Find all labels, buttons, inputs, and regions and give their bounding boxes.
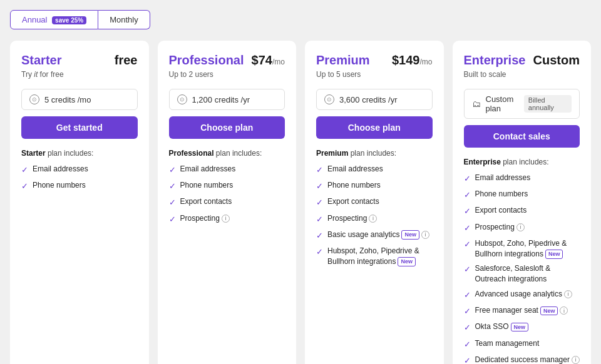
new-badge: New xyxy=(540,306,558,316)
check-icon: ✓ xyxy=(464,206,471,217)
feature-item: ✓Prospectingi xyxy=(316,213,433,225)
cta-btn-professional[interactable]: Choose plan xyxy=(169,116,285,139)
feature-item: ✓Hubspot, Zoho, Pipedrive & Bullhorn int… xyxy=(316,246,433,267)
plan-name-premium: Premium xyxy=(316,53,370,68)
check-icon: ✓ xyxy=(316,246,323,258)
plan-header-enterprise: EnterpriseCustom xyxy=(464,53,580,68)
feature-text: Advanced usage analyticsi xyxy=(475,289,572,300)
check-icon: ✓ xyxy=(464,339,471,350)
check-icon: ✓ xyxy=(21,164,28,176)
cta-btn-starter[interactable]: Get started xyxy=(21,116,138,139)
feature-item: ✓Phone numbers xyxy=(21,180,138,192)
plan-card-enterprise: EnterpriseCustomBuilt to scale🗂Custom pl… xyxy=(453,41,592,364)
feature-list-premium: ✓Email addresses✓Phone numbers✓Export co… xyxy=(316,164,433,267)
info-icon[interactable]: i xyxy=(572,356,580,364)
check-icon: ✓ xyxy=(464,173,471,185)
plan-header-premium: Premium$149/mo xyxy=(316,53,433,68)
includes-label-starter: Starter plan includes: xyxy=(21,149,138,158)
check-icon: ✓ xyxy=(169,214,176,225)
feature-item: ✓Phone numbers xyxy=(464,189,580,201)
check-icon: ✓ xyxy=(464,239,471,250)
includes-label-enterprise: Enterprise plan includes: xyxy=(464,158,580,166)
credits-text-professional: 1,200 credits /yr xyxy=(192,95,250,104)
check-icon: ✓ xyxy=(316,230,323,241)
info-icon[interactable]: i xyxy=(560,306,568,315)
new-badge: New xyxy=(401,230,419,240)
feature-text: Team management xyxy=(475,338,540,349)
feature-text: Email addresses xyxy=(180,164,236,174)
feature-text: Prospectingi xyxy=(180,213,230,224)
credits-box-premium: ⊙3,600 credits /yr xyxy=(316,89,433,110)
credits-text-premium: 3,600 credits /yr xyxy=(339,95,398,104)
plan-price-enterprise: Custom xyxy=(533,53,580,68)
check-icon: ✓ xyxy=(316,214,323,225)
feature-text: Phone numbers xyxy=(475,189,528,200)
feature-item: ✓Dedicated success manageri xyxy=(464,355,580,364)
check-icon: ✓ xyxy=(21,181,28,192)
feature-item: ✓Free manager seatNewi xyxy=(464,305,580,317)
plan-price-starter: free xyxy=(115,53,138,68)
plan-subtitle-premium: Up to 5 users xyxy=(316,70,433,79)
feature-item: ✓Export contacts xyxy=(316,196,433,208)
feature-item: ✓Email addresses xyxy=(316,164,433,176)
info-icon[interactable]: i xyxy=(564,290,572,298)
custom-plan-box: 🗂Custom planBilled annually xyxy=(464,89,580,119)
new-badge: New xyxy=(398,257,416,266)
credits-box-starter: ⊙5 credits /mo xyxy=(21,89,138,110)
feature-item: ✓Okta SSONew xyxy=(464,321,580,333)
plan-name-professional: Professional xyxy=(169,53,244,68)
check-icon: ✓ xyxy=(464,322,471,333)
new-badge: New xyxy=(545,250,563,259)
check-icon: ✓ xyxy=(464,264,471,275)
plan-price-professional: $74/mo xyxy=(252,53,285,68)
info-icon[interactable]: i xyxy=(222,215,230,223)
feature-text: Okta SSONew xyxy=(475,321,529,332)
feature-text: Prospectingi xyxy=(327,213,377,224)
check-icon: ✓ xyxy=(316,164,323,176)
check-icon: ✓ xyxy=(464,223,471,234)
feature-list-enterprise: ✓Email addresses✓Phone numbers✓Export co… xyxy=(464,173,580,364)
feature-item: ✓Email addresses xyxy=(464,173,580,185)
credits-icon: ⊙ xyxy=(29,94,39,104)
feature-text: Phone numbers xyxy=(33,180,86,191)
plan-price-premium: $149/mo xyxy=(392,53,433,68)
cta-btn-premium[interactable]: Choose plan xyxy=(316,116,433,139)
billing-toggle: Annual save 25% Monthly xyxy=(10,10,591,29)
feature-text: Hubspot, Zoho, Pipedrive & Bullhorn inte… xyxy=(475,238,580,260)
feature-text: Free manager seatNewi xyxy=(475,305,568,316)
feature-text: Export contacts xyxy=(475,205,527,216)
billed-annually-badge: Billed annually xyxy=(524,95,572,113)
feature-item: ✓Team management xyxy=(464,338,580,350)
feature-item: ✓Phone numbers xyxy=(316,180,433,192)
cta-btn-enterprise[interactable]: Contact sales xyxy=(464,125,580,148)
feature-text: Export contacts xyxy=(180,196,232,207)
info-icon[interactable]: i xyxy=(369,215,377,223)
plans-grid: StarterfreeTry it for free⊙5 credits /mo… xyxy=(10,41,591,364)
feature-item: ✓Prospectingi xyxy=(169,213,285,225)
credits-text-starter: 5 credits /mo xyxy=(44,95,91,104)
info-icon[interactable]: i xyxy=(516,223,525,231)
monthly-toggle-btn[interactable]: Monthly xyxy=(98,10,150,29)
check-icon: ✓ xyxy=(169,181,176,192)
plan-card-starter: StarterfreeTry it for free⊙5 credits /mo… xyxy=(10,41,149,364)
feature-item: ✓Basic usage analyticsNewi xyxy=(316,230,433,241)
annual-label: Annual xyxy=(22,15,47,24)
annual-toggle-btn[interactable]: Annual save 25% xyxy=(10,10,98,29)
check-icon: ✓ xyxy=(464,355,471,364)
custom-plan-label: Custom plan xyxy=(486,94,524,113)
includes-label-premium: Premium plan includes: xyxy=(316,149,433,158)
feature-item: ✓Export contacts xyxy=(169,196,285,208)
plan-name-starter: Starter xyxy=(21,53,61,68)
feature-text: Salesforce, Salesloft & Outreach integra… xyxy=(475,263,580,285)
plan-name-enterprise: Enterprise xyxy=(464,53,526,68)
plan-subtitle-professional: Up to 2 users xyxy=(169,70,285,79)
check-icon: ✓ xyxy=(316,197,323,208)
feature-item: ✓Salesforce, Salesloft & Outreach integr… xyxy=(464,263,580,285)
feature-item: ✓Email addresses xyxy=(21,164,138,176)
feature-text: Export contacts xyxy=(327,196,379,207)
plan-card-professional: Professional$74/moUp to 2 users⊙1,200 cr… xyxy=(158,41,297,364)
feature-list-professional: ✓Email addresses✓Phone numbers✓Export co… xyxy=(169,164,285,225)
feature-text: Dedicated success manageri xyxy=(475,355,580,364)
info-icon[interactable]: i xyxy=(421,231,429,239)
plan-subtitle-enterprise: Built to scale xyxy=(464,70,580,79)
